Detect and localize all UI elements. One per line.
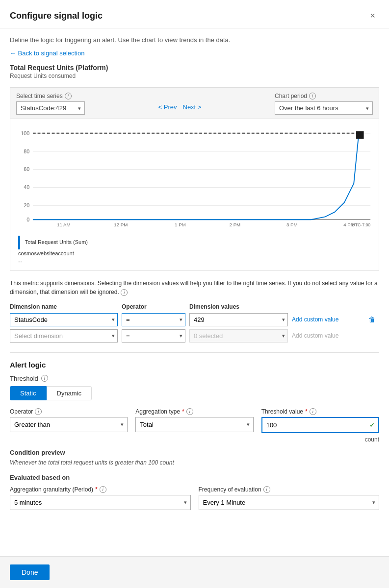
dimension-name-wrapper-2: Select dimension <box>10 329 118 343</box>
modal-title: Configure signal logic <box>10 11 103 21</box>
svg-text:100: 100 <box>21 130 29 136</box>
agg-type-select[interactable]: Total Average Count Maximum Minimum <box>135 417 253 432</box>
signal-info: Total Request Units (Platform) Request U… <box>10 64 379 79</box>
modal-body: Define the logic for triggering an alert… <box>0 28 389 556</box>
dimension-table: Dimension name Operator Dimension values… <box>10 303 379 343</box>
dimension-operator-select-2[interactable]: = <box>122 329 185 343</box>
dimension-operator-wrapper-1: = <box>122 313 185 326</box>
dimension-operator-wrapper-2: = <box>122 329 185 343</box>
dimension-table-header: Dimension name Operator Dimension values <box>10 303 379 313</box>
operator-select-wrapper: Greater than Less than Greater than or e… <box>10 417 128 432</box>
dimension-name-select-1[interactable]: StatusCode <box>10 313 118 326</box>
close-button[interactable]: × <box>366 9 379 23</box>
dimension-info-text: This metric supports dimensions. Selecti… <box>10 279 379 296</box>
dynamic-threshold-btn[interactable]: Dynamic <box>47 386 92 400</box>
prev-button[interactable]: < Prev <box>157 101 178 113</box>
svg-text:60: 60 <box>24 166 29 172</box>
time-series-label: Select time series i <box>16 93 85 99</box>
chart-svg-container: 100 80 60 40 20 0 <box>16 125 373 233</box>
frequency-label: Frequency of evaluation i <box>199 486 380 493</box>
chart-period-select-wrapper: Over the last 6 hours Over the last 1 ho… <box>275 101 373 115</box>
alert-logic-section: Alert logic Threshold i Static Dynamic O… <box>10 361 379 510</box>
dimension-value-wrapper-2: 0 selected <box>189 329 288 343</box>
time-series-control: Select time series i StatusCode:429 <box>16 93 85 115</box>
chart-period-select[interactable]: Over the last 6 hours Over the last 1 ho… <box>275 101 373 115</box>
threshold-check-icon: ✓ <box>369 421 375 429</box>
threshold-value-label: Threshold value * i <box>261 408 379 415</box>
chart-nav-buttons: < Prev Next > <box>157 101 203 115</box>
threshold-info-icon[interactable]: i <box>41 375 48 382</box>
col-dimension-name: Dimension name <box>10 303 118 310</box>
agg-granularity-info-icon[interactable]: i <box>100 486 106 493</box>
done-button[interactable]: Done <box>10 564 50 580</box>
alert-logic-form-row: Operator i Greater than Less than Greate… <box>10 408 379 443</box>
chart-period-label: Chart period i <box>275 93 373 99</box>
svg-text:12 PM: 12 PM <box>114 222 128 227</box>
svg-text:3 PM: 3 PM <box>286 222 298 227</box>
time-series-select-wrapper: StatusCode:429 <box>16 101 85 115</box>
threshold-value-input[interactable] <box>261 417 379 433</box>
threshold-value-info-icon[interactable]: i <box>310 408 316 415</box>
svg-text:UTC-7:00: UTC-7:00 <box>352 222 370 227</box>
condition-preview-title: Condition preview <box>10 449 379 456</box>
legend-text: Total Request Units (Sum) cosmoswebsitea… <box>18 239 88 265</box>
operator-info-icon[interactable]: i <box>35 408 42 415</box>
svg-text:1 PM: 1 PM <box>175 222 186 227</box>
spacer <box>10 518 379 547</box>
condition-preview-section: Condition preview Whenever the total tot… <box>10 449 379 466</box>
dimension-operator-select-1[interactable]: = <box>122 313 185 326</box>
frequency-select[interactable]: Every 1 Minute Every 5 Minutes Every 15 … <box>199 495 380 510</box>
svg-text:20: 20 <box>24 202 29 208</box>
operator-label: Operator i <box>10 408 128 415</box>
chart-period-info-icon[interactable]: i <box>309 93 316 99</box>
signal-subtitle: Request Units consumed <box>10 73 379 79</box>
time-series-info-icon[interactable]: i <box>65 93 72 99</box>
time-series-select[interactable]: StatusCode:429 <box>16 101 85 115</box>
dimension-info-icon[interactable]: i <box>121 289 128 296</box>
chart-svg: 100 80 60 40 20 0 <box>16 125 373 228</box>
divider <box>10 352 379 353</box>
chart-legend: Total Request Units (Sum) cosmoswebsitea… <box>16 236 373 267</box>
operator-select[interactable]: Greater than Less than Greater than or e… <box>10 417 128 432</box>
dimension-value-select-2: 0 selected <box>189 329 288 343</box>
agg-type-group: Aggregation type * i Total Average Count… <box>135 408 253 443</box>
frequency-group: Frequency of evaluation i Every 1 Minute… <box>199 486 380 510</box>
evaluated-section: Evaluated based on Aggregation granulari… <box>10 474 379 510</box>
add-custom-value-1[interactable]: Add custom value <box>292 316 361 323</box>
threshold-value-group: Threshold value * i ✓ count <box>261 408 379 443</box>
back-to-signal-link[interactable]: ← Back to signal selection <box>10 49 84 57</box>
agg-granularity-select[interactable]: 5 minutes 1 minute 15 minutes 30 minutes… <box>10 495 191 510</box>
frequency-info-icon[interactable]: i <box>263 486 270 493</box>
svg-rect-13 <box>356 131 364 139</box>
svg-text:80: 80 <box>24 148 29 154</box>
modal-header: Configure signal logic × <box>0 0 389 28</box>
agg-granularity-select-wrapper: 5 minutes 1 minute 15 minutes 30 minutes… <box>10 495 191 510</box>
add-custom-value-2: Add custom value <box>292 332 361 339</box>
dimension-value-select-1[interactable]: 429 <box>189 313 288 326</box>
col-dimension-values: Dimension values <box>189 303 288 310</box>
alert-logic-title: Alert logic <box>10 361 379 369</box>
description-text: Define the logic for triggering an alert… <box>10 36 379 44</box>
evaluated-row: Aggregation granularity (Period) * i 5 m… <box>10 486 379 510</box>
agg-type-label: Aggregation type * i <box>135 408 253 415</box>
chart-area: 100 80 60 40 20 0 <box>10 119 379 271</box>
dimension-name-select-2[interactable]: Select dimension <box>10 329 118 343</box>
signal-title: Total Request Units (Platform) <box>10 64 379 72</box>
agg-type-info-icon[interactable]: i <box>186 408 193 415</box>
condition-preview-text: Whenever the total total request units i… <box>10 459 379 466</box>
svg-text:0: 0 <box>26 217 29 222</box>
static-threshold-btn[interactable]: Static <box>10 386 47 400</box>
operator-group: Operator i Greater than Less than Greate… <box>10 408 128 443</box>
chart-controls: Select time series i StatusCode:429 < Pr… <box>10 87 379 119</box>
svg-text:11 AM: 11 AM <box>57 222 70 227</box>
agg-granularity-group: Aggregation granularity (Period) * i 5 m… <box>10 486 191 510</box>
dimension-value-wrapper-1: 429 <box>189 313 288 326</box>
dimension-row: StatusCode = 429 Add custom value 🗑 <box>10 313 379 326</box>
delete-dimension-1[interactable]: 🗑 <box>364 315 379 324</box>
threshold-input-wrapper: ✓ <box>261 417 379 433</box>
modal-footer: Done <box>0 556 389 588</box>
svg-text:40: 40 <box>24 184 29 190</box>
next-button[interactable]: Next > <box>182 101 203 113</box>
threshold-toggle-group: Static Dynamic <box>10 386 379 400</box>
threshold-section: Threshold i Static Dynamic <box>10 375 379 400</box>
